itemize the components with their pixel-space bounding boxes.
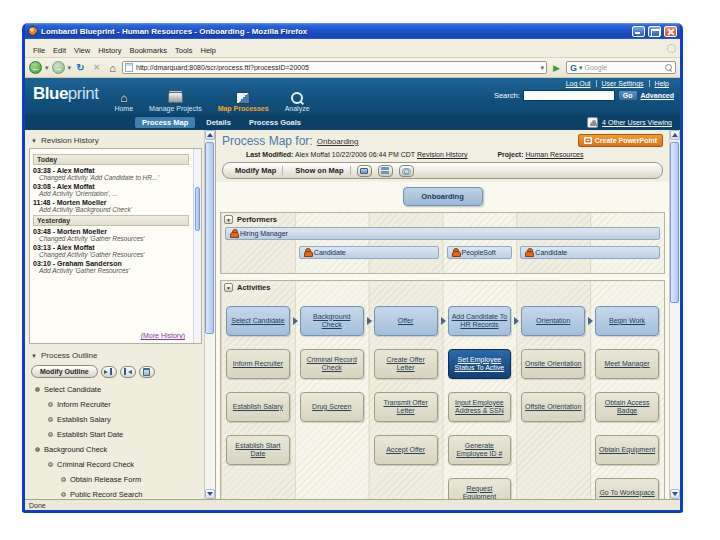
collapse-performers-icon[interactable]: ▼	[224, 215, 233, 224]
go-icon[interactable]: ▶	[550, 61, 563, 74]
performer-hiring-manager[interactable]: Hiring Manager	[225, 227, 660, 240]
nav-item-home[interactable]: ⌂Home	[114, 91, 133, 112]
nav-item-map-processes[interactable]: Map Processes	[218, 91, 269, 112]
revision-entry[interactable]: 03:48 - Morten MoellerChanged Activity '…	[33, 228, 189, 242]
menu-edit[interactable]: Edit	[49, 45, 70, 56]
top-link-user-settings[interactable]: User Settings	[596, 80, 649, 87]
more-history-link[interactable]: (More History)	[141, 332, 185, 339]
top-link-log-out[interactable]: Log Out	[561, 80, 596, 87]
activity-box-offsite-orientation[interactable]: Offsite Orientation	[521, 392, 585, 422]
revision-entry[interactable]: 03:38 - Alex MoffatChanged Activity 'Add…	[33, 167, 189, 181]
url-text[interactable]: http://dmarquard:8080/scr/process.ftl?pr…	[136, 64, 537, 71]
search-advanced-link[interactable]: Advanced	[641, 92, 674, 99]
menu-view[interactable]: View	[70, 45, 94, 56]
menu-bookmarks[interactable]: Bookmarks	[126, 45, 172, 56]
activity-box-create-offer-letter[interactable]: Create Offer Letter	[374, 349, 438, 379]
process-outline-header[interactable]: ▼ Process Outline	[29, 348, 202, 363]
link-icon[interactable]	[399, 165, 414, 177]
activity-box-orientation[interactable]: Orientation	[521, 306, 585, 336]
revision-history-link[interactable]: Revision History	[417, 151, 468, 158]
process-root-box[interactable]: Onboarding	[403, 187, 483, 206]
activity-box-transmit-offer-letter[interactable]: Transmit Offer Letter	[374, 392, 438, 422]
top-link-help[interactable]: Help	[649, 80, 674, 87]
address-bar[interactable]: http://dmarquard:8080/scr/process.ftl?pr…	[122, 61, 547, 74]
activity-box-background-check[interactable]: Background Check	[300, 306, 364, 336]
main-scrollbar[interactable]	[669, 130, 680, 499]
stop-icon[interactable]: ✕	[90, 61, 103, 74]
performer-candidate[interactable]: Candidate	[520, 246, 660, 259]
activity-box-meet-manager[interactable]: Meet Manager	[595, 349, 659, 379]
outdent-icon[interactable]	[120, 366, 136, 378]
activity-box-establish-start-date[interactable]: Establish Start Date	[226, 435, 290, 465]
revision-scrollbar-thumb[interactable]	[195, 187, 200, 231]
engine-dropdown-icon[interactable]: ▾	[579, 64, 583, 72]
print-icon[interactable]	[357, 165, 372, 177]
revision-entry[interactable]: 03:08 - Alex MoffatAdd Activity 'Orienta…	[33, 183, 189, 197]
outline-item-obtain-release-form[interactable]: Obtain Release Form	[29, 472, 202, 487]
collapse-icon[interactable]: ▼	[31, 353, 37, 359]
activity-box-obtain-access-badge[interactable]: Obtain Access Badge	[595, 392, 659, 422]
home-icon[interactable]: ⌂	[106, 61, 119, 74]
collapse-icon[interactable]: ▼	[31, 138, 37, 144]
outline-item-select-candidate[interactable]: Select Candidate	[29, 382, 202, 397]
outline-item-establish-salary[interactable]: Establish Salary	[29, 412, 202, 427]
other-users-viewing-link[interactable]: 4 Other Users Viewing	[602, 119, 672, 126]
outline-item-criminal-record-check[interactable]: Criminal Record Check	[29, 457, 202, 472]
modify-outline-button[interactable]: Modify Outline	[31, 365, 98, 378]
scroll-up-icon[interactable]	[670, 130, 680, 140]
search-engine-placeholder[interactable]: Google	[585, 64, 663, 71]
activity-box-input-employee-address-ssn[interactable]: Input Employee Address & SSN	[448, 392, 512, 422]
forward-caret-icon[interactable]: ▾	[68, 64, 72, 72]
performer-peoplesoft[interactable]: PeopleSoft	[447, 246, 513, 259]
activity-box-offer[interactable]: Offer	[374, 306, 438, 336]
tab-process-map[interactable]: Process Map	[135, 117, 195, 128]
activity-box-accept-offer[interactable]: Accept Offer	[374, 435, 438, 465]
show-on-map-button[interactable]: Show on Map	[289, 166, 350, 175]
sidebar-scrollbar[interactable]	[204, 130, 215, 499]
maximize-button[interactable]	[648, 26, 661, 37]
activity-box-go-to-workspace[interactable]: Go To Workspace	[595, 478, 659, 499]
menu-file[interactable]: File	[29, 45, 49, 56]
scroll-up-icon[interactable]	[205, 130, 215, 140]
layers-icon[interactable]	[378, 165, 393, 177]
indent-icon[interactable]	[101, 366, 117, 378]
search-input[interactable]	[523, 90, 615, 101]
nav-item-analyze[interactable]: Analyze	[285, 91, 310, 112]
back-icon[interactable]: ←	[29, 61, 42, 74]
activity-box-onsite-orientation[interactable]: Onsite Orientation	[521, 349, 585, 379]
create-powerpoint-button[interactable]: Create PowerPoint	[578, 134, 663, 147]
collapse-activities-icon[interactable]: ▼	[224, 283, 233, 292]
search-go-button[interactable]: Go	[618, 90, 638, 101]
activity-box-obtain-equipment[interactable]: Obtain Equipment	[595, 435, 659, 465]
outline-item-background-check[interactable]: Background Check	[29, 442, 202, 457]
tab-details[interactable]: Details	[199, 117, 238, 128]
revision-entry[interactable]: 03:13 - Alex MoffatChanged Activity 'Gat…	[33, 244, 189, 258]
magnifier-icon[interactable]	[665, 64, 672, 71]
scroll-down-icon[interactable]	[670, 489, 680, 499]
activity-box-drug-screen[interactable]: Drug Screen	[300, 392, 364, 422]
activity-box-criminal-record-check[interactable]: Criminal Record Check	[300, 349, 364, 379]
sidebar-scrollbar-thumb[interactable]	[205, 142, 214, 334]
close-button[interactable]	[664, 26, 677, 37]
revision-entry[interactable]: 11:48 - Morten MoellerAdd Activity 'Back…	[33, 199, 189, 213]
menu-help[interactable]: Help	[197, 45, 220, 56]
revision-scrollbar[interactable]	[193, 149, 201, 343]
reload-icon[interactable]: ↻	[74, 61, 87, 74]
outline-item-establish-start-date[interactable]: Establish Start Date	[29, 427, 202, 442]
outline-item-inform-recruiter[interactable]: Inform Recruiter	[29, 397, 202, 412]
scroll-down-icon[interactable]	[205, 489, 215, 499]
activity-box-establish-salary[interactable]: Establish Salary	[226, 392, 290, 422]
outline-item-public-record-search[interactable]: Public Record Search	[29, 487, 202, 499]
activity-box-begin-work[interactable]: Begin Work	[595, 306, 659, 336]
process-name-link[interactable]: Onboarding	[317, 137, 359, 146]
modify-map-button[interactable]: Modify Map	[229, 166, 283, 175]
activity-box-inform-recruiter[interactable]: Inform Recruiter	[226, 349, 290, 379]
activity-box-generate-employee-id[interactable]: Generate Employee ID #	[448, 435, 512, 465]
url-dropdown-icon[interactable]: ▾	[540, 64, 544, 72]
revision-history-header[interactable]: ▼ Revision History	[29, 133, 202, 148]
activity-box-set-employee-status-to-active[interactable]: Set Employee Status To Active	[448, 349, 512, 379]
back-caret-icon[interactable]: ▾	[45, 64, 49, 72]
forward-icon[interactable]: →	[52, 61, 65, 74]
nav-item-manage-projects[interactable]: Manage Projects	[149, 91, 202, 112]
menu-tools[interactable]: Tools	[171, 45, 197, 56]
